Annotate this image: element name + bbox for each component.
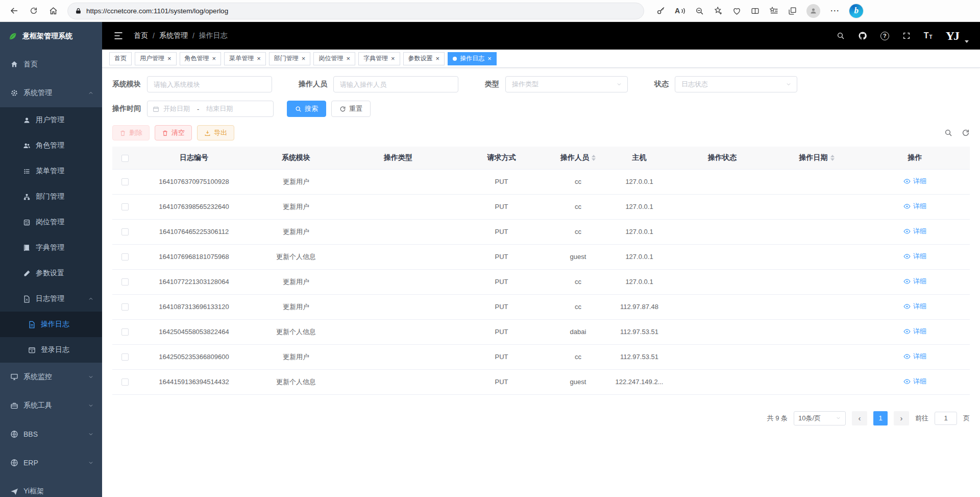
home-button[interactable] [44,2,62,19]
row-checkbox[interactable] [121,328,129,336]
row-checkbox[interactable] [121,378,129,386]
breadcrumb-item[interactable]: 系统管理 [159,31,188,40]
sidebar-item-departments[interactable]: 部门管理 [0,184,102,209]
tab[interactable]: 用户管理 × [135,52,177,65]
password-key-icon[interactable] [656,7,665,15]
sidebar-item-login-log[interactable]: 登录日志 [0,337,102,363]
bing-icon[interactable]: b [849,4,863,18]
sidebar-item-logs[interactable]: 日志管理 [0,286,102,312]
sidebar-item-bbs[interactable]: BBS [0,420,102,448]
delete-button[interactable]: 删除 [112,125,150,140]
app-logo[interactable]: 意框架管理系统 [0,22,102,50]
sidebar-item-system[interactable]: 系统管理 [0,79,102,107]
more-menu-icon[interactable]: ⋯ [830,5,840,16]
tab-close-icon[interactable]: × [391,55,395,62]
detail-link[interactable]: 详细 [903,177,926,186]
sidebar-item-parameters[interactable]: 参数设置 [0,261,102,286]
column-header-operator[interactable]: 操作人员 [549,147,607,169]
detail-link[interactable]: 详细 [903,352,926,361]
goto-page-input[interactable] [935,412,957,425]
detail-link[interactable]: 详细 [903,327,926,336]
profile-avatar[interactable] [806,4,820,18]
tab[interactable]: 首页 [109,52,132,65]
user-logo[interactable]: YJ [946,29,959,43]
prev-page-button[interactable]: ‹ [852,411,867,425]
tab-close-icon[interactable]: × [257,55,261,62]
detail-link[interactable]: 详细 [903,252,926,261]
date-range-picker[interactable]: 开始日期 - 结束日期 [147,101,274,117]
detail-link[interactable]: 详细 [903,202,926,211]
address-bar[interactable]: https://ccnetcore.com:1101/system/log/op… [67,3,644,19]
sidebar-item-erp[interactable]: ERP [0,448,102,477]
detail-link[interactable]: 详细 [903,227,926,236]
sidebar-toggle[interactable] [113,31,124,41]
tab-close-icon[interactable]: × [302,55,306,62]
tab[interactable]: 字典管理 × [358,52,400,65]
sidebar-item-yiframe[interactable]: Yi框架 [0,477,102,497]
export-button[interactable]: 导出 [197,125,234,140]
current-page-button[interactable]: 1 [873,411,888,425]
tab[interactable]: 参数设置 × [403,52,445,65]
sidebar-item-tools[interactable]: 系统工具 [0,391,102,420]
zoom-out-icon[interactable] [695,7,704,15]
sidebar-item-users[interactable]: 用户管理 [0,107,102,133]
sidebar-item-menus[interactable]: 菜单管理 [0,158,102,184]
read-aloud-icon[interactable]: A [675,7,685,15]
sidebar-item-posts[interactable]: 岗位管理 [0,209,102,235]
clear-button[interactable]: 清空 [155,125,192,140]
favorites-icon[interactable] [769,6,778,15]
select-all-checkbox[interactable] [121,155,129,162]
tab-close-icon[interactable]: × [436,55,440,62]
row-checkbox[interactable] [121,203,129,210]
back-button[interactable] [5,2,23,19]
sidebar-item-dictionary[interactable]: 字典管理 [0,235,102,261]
fullscreen-icon[interactable] [902,32,911,40]
add-favorite-icon[interactable] [714,6,723,15]
sidebar-item-operation-log[interactable]: 操作日志 [0,312,102,337]
sidebar-item-roles[interactable]: 角色管理 [0,133,102,158]
font-size-icon[interactable]: TT [924,32,933,40]
tab[interactable]: 操作日志 × [448,52,497,65]
tab[interactable]: 岗位管理 × [313,52,355,65]
tab-close-icon[interactable]: × [167,55,172,62]
breadcrumb-item[interactable]: 首页 [134,31,148,40]
sidebar-item-monitor[interactable]: 系统监控 [0,363,102,391]
refresh-button[interactable] [24,2,43,19]
tab[interactable]: 角色管理 × [180,52,222,65]
page-size-select[interactable]: 10条/页 [794,411,846,425]
tab[interactable]: 菜单管理 × [224,52,266,65]
cell-module: 更新个人信息 [250,244,342,269]
operator-input[interactable] [333,76,458,92]
table-refresh-icon[interactable] [962,129,970,137]
table-search-icon[interactable] [944,129,952,137]
tab-close-icon[interactable]: × [212,55,216,62]
reset-button[interactable]: 重置 [331,101,371,117]
row-checkbox[interactable] [121,178,129,185]
row-checkbox[interactable] [121,353,129,361]
module-input[interactable] [147,76,272,92]
detail-link[interactable]: 详细 [903,302,926,311]
column-header-date[interactable]: 操作日期 [773,147,860,169]
split-screen-icon[interactable] [751,7,760,15]
tab-close-icon[interactable]: × [346,55,350,62]
search-button[interactable]: 搜索 [287,101,326,117]
tab[interactable]: 部门管理 × [269,52,311,65]
help-icon[interactable]: ? [880,32,889,40]
row-checkbox[interactable] [121,278,129,286]
type-select[interactable]: 操作类型 [505,76,628,92]
github-icon[interactable] [858,31,867,40]
tab-close-icon[interactable]: × [487,55,492,62]
sidebar-item-home[interactable]: 首页 [0,50,102,79]
collections-icon[interactable] [788,7,797,15]
header-search-icon[interactable] [837,32,845,40]
cell-date [773,319,860,344]
browser-essentials-icon[interactable] [732,7,741,15]
row-checkbox[interactable] [121,253,129,261]
detail-link[interactable]: 详细 [903,377,926,386]
row-checkbox[interactable] [121,228,129,235]
next-page-button[interactable]: › [894,411,909,425]
row-checkbox[interactable] [121,303,129,311]
status-select[interactable]: 日志状态 [675,76,797,92]
detail-link[interactable]: 详细 [903,277,926,286]
avatar-dropdown-caret[interactable] [965,40,969,43]
